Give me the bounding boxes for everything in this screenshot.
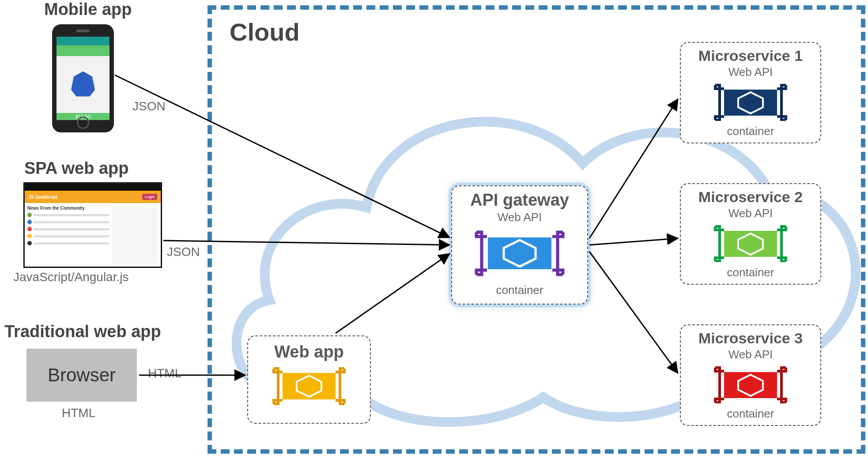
edge-gateway-to-ms3 — [589, 252, 678, 373]
edge-gateway-to-ms2 — [589, 238, 678, 245]
edge-spa-to-gateway — [163, 241, 449, 245]
edge-gateway-to-ms1 — [589, 99, 678, 238]
edge-webapp-to-gateway — [336, 254, 449, 333]
edge-mobile-to-gateway — [115, 75, 449, 237]
edges-layer — [0, 0, 868, 459]
